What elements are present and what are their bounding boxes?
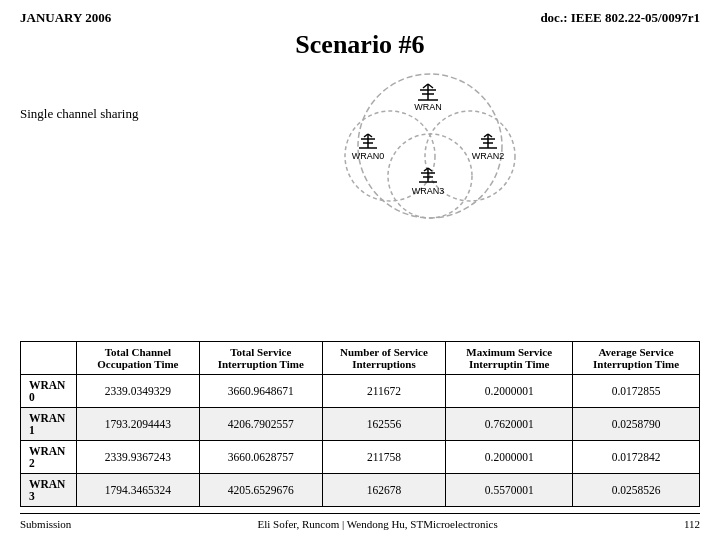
row-cell-5: 0.0258526: [573, 474, 700, 507]
page-title: Scenario #6: [20, 30, 700, 60]
svg-point-0: [358, 74, 502, 218]
row-cell-2: 4206.7902557: [199, 408, 322, 441]
row-cell-5: 0.0172855: [573, 375, 700, 408]
row-cell-5: 0.0172842: [573, 441, 700, 474]
col-header-3: Number of Service Interruptions: [322, 342, 446, 375]
svg-text:WRAN: WRAN: [414, 102, 442, 112]
svg-text:WRAN2: WRAN2: [472, 151, 505, 161]
row-cell-2: 4205.6529676: [199, 474, 322, 507]
row-cell-4: 0.2000001: [446, 375, 573, 408]
row-cell-3: 211758: [322, 441, 446, 474]
footer-left: Submission: [20, 518, 71, 530]
page: JANUARY 2006 doc.: IEEE 802.22-05/0097r1…: [0, 0, 720, 540]
diagram-area: WRAN WRAN0: [160, 66, 700, 226]
row-cell-2: 3660.0628757: [199, 441, 322, 474]
row-cell-4: 0.7620001: [446, 408, 573, 441]
wran-diagram: WRAN WRAN0: [280, 66, 580, 226]
table-section: Total Channel Occupation Time Total Serv…: [20, 341, 700, 507]
row-cell-4: 0.2000001: [446, 441, 573, 474]
row-cell-1: 2339.9367243: [76, 441, 199, 474]
header: JANUARY 2006 doc.: IEEE 802.22-05/0097r1: [20, 10, 700, 26]
col-header-1: Total Channel Occupation Time: [76, 342, 199, 375]
header-right: doc.: IEEE 802.22-05/0097r1: [540, 10, 700, 26]
col-header-label: [21, 342, 77, 375]
footer-center: Eli Sofer, Runcom | Wendong Hu, STMicroe…: [258, 518, 498, 530]
header-left: JANUARY 2006: [20, 10, 111, 26]
row-cell-1: 1793.2094443: [76, 408, 199, 441]
row-label: WRAN 1: [21, 408, 77, 441]
table-row: WRAN 31794.34653244205.65296761626780.55…: [21, 474, 700, 507]
table-row: WRAN 11793.20944434206.79025571625560.76…: [21, 408, 700, 441]
table-row: WRAN 02339.03493293660.96486712116720.20…: [21, 375, 700, 408]
row-cell-1: 1794.3465324: [76, 474, 199, 507]
col-header-5: Average Service Interruption Time: [573, 342, 700, 375]
svg-text:WRAN3: WRAN3: [412, 186, 445, 196]
content-area: Single channel sharing: [20, 66, 700, 329]
footer: Submission Eli Sofer, Runcom | Wendong H…: [20, 513, 700, 530]
svg-text:WRAN0: WRAN0: [352, 151, 385, 161]
col-header-2: Total Service Interruption Time: [199, 342, 322, 375]
row-cell-5: 0.0258790: [573, 408, 700, 441]
row-label: WRAN 0: [21, 375, 77, 408]
row-label: WRAN 2: [21, 441, 77, 474]
row-cell-2: 3660.9648671: [199, 375, 322, 408]
data-table: Total Channel Occupation Time Total Serv…: [20, 341, 700, 507]
row-cell-1: 2339.0349329: [76, 375, 199, 408]
scenario-label: Single channel sharing: [20, 66, 160, 122]
row-cell-4: 0.5570001: [446, 474, 573, 507]
row-cell-3: 162556: [322, 408, 446, 441]
col-header-4: Maximum Service Interruptin Time: [446, 342, 573, 375]
footer-right: 112: [684, 518, 700, 530]
table-row: WRAN 22339.93672433660.06287572117580.20…: [21, 441, 700, 474]
row-label: WRAN 3: [21, 474, 77, 507]
row-cell-3: 211672: [322, 375, 446, 408]
row-cell-3: 162678: [322, 474, 446, 507]
